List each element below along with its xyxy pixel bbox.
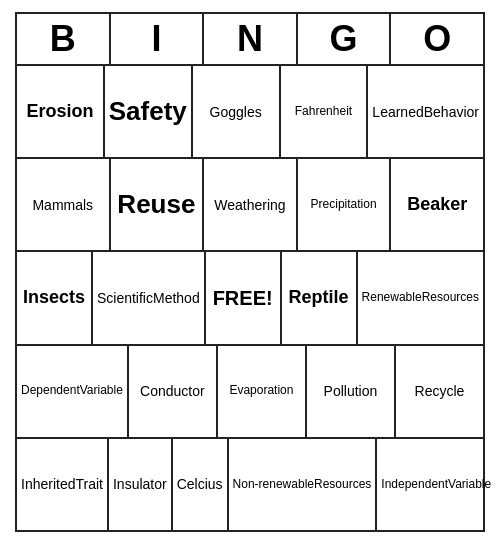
bingo-cell-0-3: Fahrenheit: [281, 66, 369, 157]
bingo-row-4: InheritedTraitInsulatorCelciusNon-renewa…: [17, 439, 483, 530]
bingo-cell-2-4: RenewableResources: [358, 252, 483, 343]
bingo-cell-1-2: Weathering: [204, 159, 298, 250]
bingo-cell-1-0: Mammals: [17, 159, 111, 250]
bingo-cell-3-0: DependentVariable: [17, 346, 129, 437]
bingo-cell-4-3: Non-renewableResources: [229, 439, 378, 530]
bingo-row-3: DependentVariableConductorEvaporationPol…: [17, 346, 483, 439]
header-cell-i: I: [111, 14, 205, 66]
bingo-cell-2-0: Insects: [17, 252, 93, 343]
bingo-cell-0-1: Safety: [105, 66, 193, 157]
bingo-cell-2-1: ScientificMethod: [93, 252, 206, 343]
bingo-cell-2-3: Reptile: [282, 252, 358, 343]
bingo-cell-3-3: Pollution: [307, 346, 396, 437]
bingo-row-0: ErosionSafetyGogglesFahrenheitLearnedBeh…: [17, 66, 483, 159]
bingo-cell-4-4: IndependentVariable: [377, 439, 495, 530]
bingo-cell-4-2: Celcius: [173, 439, 229, 530]
bingo-header: BINGO: [17, 14, 483, 66]
header-cell-o: O: [391, 14, 483, 66]
bingo-cell-0-0: Erosion: [17, 66, 105, 157]
header-cell-b: B: [17, 14, 111, 66]
bingo-cell-3-2: Evaporation: [218, 346, 307, 437]
bingo-cell-1-3: Precipitation: [298, 159, 392, 250]
bingo-cell-2-2: FREE!: [206, 252, 282, 343]
bingo-card: BINGO ErosionSafetyGogglesFahrenheitLear…: [15, 12, 485, 532]
bingo-cell-0-2: Goggles: [193, 66, 281, 157]
bingo-cell-1-4: Beaker: [391, 159, 483, 250]
bingo-cell-4-1: Insulator: [109, 439, 173, 530]
bingo-cell-4-0: InheritedTrait: [17, 439, 109, 530]
bingo-cell-3-4: Recycle: [396, 346, 483, 437]
bingo-body: ErosionSafetyGogglesFahrenheitLearnedBeh…: [17, 66, 483, 530]
bingo-row-1: MammalsReuseWeatheringPrecipitationBeake…: [17, 159, 483, 252]
bingo-cell-3-1: Conductor: [129, 346, 218, 437]
header-cell-g: G: [298, 14, 392, 66]
bingo-row-2: InsectsScientificMethodFREE!ReptileRenew…: [17, 252, 483, 345]
header-cell-n: N: [204, 14, 298, 66]
bingo-cell-1-1: Reuse: [111, 159, 205, 250]
bingo-cell-0-4: LearnedBehavior: [368, 66, 483, 157]
